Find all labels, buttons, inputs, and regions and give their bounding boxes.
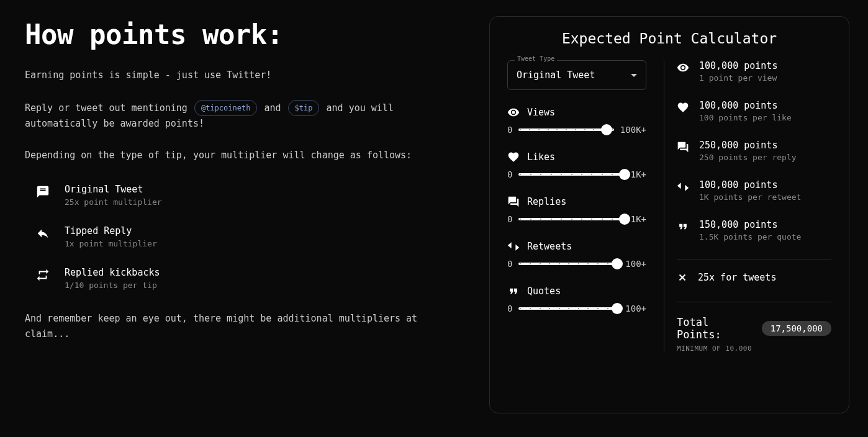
slider-min: 0 xyxy=(507,214,512,224)
multiplier-sub: 25x point multiplier xyxy=(65,197,162,207)
multiplier-intro: Depending on the type of tip, your multi… xyxy=(25,148,446,164)
result-sub: 100 points per like xyxy=(699,113,792,122)
result-views: 100,000 points 1 point per view xyxy=(677,60,831,83)
slider-label: Quotes xyxy=(527,286,561,297)
slider-label: Retweets xyxy=(527,241,572,252)
slider-max: 100+ xyxy=(625,259,646,269)
slider-track[interactable] xyxy=(518,173,624,176)
result-sub: 250 points per reply xyxy=(699,153,797,162)
slider-max: 1K+ xyxy=(631,169,646,179)
multiplier-item-replied-kickbacks: Replied kickbacks 1/10 points per tip xyxy=(36,267,446,290)
chevron-down-icon xyxy=(631,74,637,77)
slider-retweets: Retweets 0 100+ xyxy=(507,240,646,269)
quote-icon xyxy=(677,220,689,233)
result-sub: 1 point per view xyxy=(699,73,777,83)
tweet-type-legend: Tweet Type xyxy=(515,55,557,62)
heart-icon xyxy=(507,151,520,163)
slider-thumb[interactable] xyxy=(601,124,612,135)
multiplier-item-tipped-reply: Tipped Reply 1x point multiplier xyxy=(36,225,446,248)
slider-label: Likes xyxy=(527,151,555,163)
multiplier-title: Tipped Reply xyxy=(65,225,157,237)
mention-instructions: Reply or tweet out mentioning @tipcoinet… xyxy=(25,100,446,132)
result-main: 250,000 points xyxy=(699,140,797,151)
slider-min: 0 xyxy=(507,304,512,313)
tweet-type-select-wrap: Tweet Type Original Tweet xyxy=(507,60,646,90)
reply-bubble-icon xyxy=(677,141,689,153)
result-main: 100,000 points xyxy=(699,100,792,111)
eye-icon xyxy=(507,106,520,119)
total-label: Total Points: xyxy=(677,316,756,341)
how-points-work-section: How points work: Earning points is simpl… xyxy=(0,0,471,437)
result-quotes: 150,000 points 1.5K points per quote xyxy=(677,219,831,241)
result-main: 100,000 points xyxy=(699,179,801,191)
mention-pill-handle: @tipcoineth xyxy=(194,100,257,116)
slider-quotes: Quotes 0 100+ xyxy=(507,285,646,313)
retweet-icon xyxy=(507,240,520,253)
slider-track[interactable] xyxy=(518,128,613,131)
tweet-type-value: Original Tweet xyxy=(517,70,595,81)
reply-bubble-icon xyxy=(507,196,520,208)
tweet-type-select[interactable]: Original Tweet xyxy=(507,60,646,90)
slider-min: 0 xyxy=(507,169,512,179)
retweet-icon xyxy=(677,181,689,193)
total-min: MINIMUM OF 10,000 xyxy=(677,345,831,353)
text-fragment: and xyxy=(264,102,286,113)
calculator-inputs: Tweet Type Original Tweet Views 0 xyxy=(507,60,646,353)
slider-label: Views xyxy=(527,107,555,118)
result-replies: 250,000 points 250 points per reply xyxy=(677,140,831,162)
text-fragment: Reply or tweet out mentioning xyxy=(25,102,193,113)
slider-max: 1K+ xyxy=(631,214,646,224)
slider-min: 0 xyxy=(507,259,512,269)
slider-track[interactable] xyxy=(518,218,624,220)
total-badge: 17,500,000 xyxy=(762,321,831,336)
result-likes: 100,000 points 100 points per like xyxy=(677,100,831,122)
quote-icon xyxy=(507,285,520,297)
chat-icon xyxy=(36,185,50,199)
multiplier-text: 25x for tweets xyxy=(698,272,776,283)
calculator-title: Expected Point Calculator xyxy=(507,30,831,47)
slider-label: Replies xyxy=(527,196,566,207)
calculator-results: 100,000 points 1 point per view 100,000 … xyxy=(664,60,831,353)
swap-icon xyxy=(36,268,50,282)
result-main: 150,000 points xyxy=(699,219,801,230)
multiplier-sub: 1/10 points per tip xyxy=(65,281,160,290)
page-title: How points work: xyxy=(25,19,446,50)
eye-icon xyxy=(677,61,689,74)
slider-max: 100K+ xyxy=(620,125,646,135)
slider-thumb[interactable] xyxy=(619,214,630,225)
total-row: Total Points: 17,500,000 MINIMUM OF 10,0… xyxy=(677,302,831,353)
reply-icon xyxy=(36,227,50,240)
slider-min: 0 xyxy=(507,125,512,135)
multiplier-item-original-tweet: Original Tweet 25x point multiplier xyxy=(36,184,446,207)
result-retweets: 100,000 points 1K points per retweet xyxy=(677,179,831,202)
slider-replies: Replies 0 1K+ xyxy=(507,196,646,224)
heart-icon xyxy=(677,101,689,114)
outro-text: And remember keep an eye out, there migh… xyxy=(25,311,446,343)
multiplier-title: Replied kickbacks xyxy=(65,267,160,278)
result-sub: 1.5K points per quote xyxy=(699,232,801,241)
close-icon xyxy=(677,272,688,283)
result-main: 100,000 points xyxy=(699,60,777,71)
slider-thumb[interactable] xyxy=(612,258,623,269)
calculator-card: Expected Point Calculator Tweet Type Ori… xyxy=(489,16,849,413)
intro-text: Earning points is simple - just use Twit… xyxy=(25,68,446,84)
multiplier-sub: 1x point multiplier xyxy=(65,239,157,248)
slider-likes: Likes 0 1K+ xyxy=(507,151,646,179)
multiplier-title: Original Tweet xyxy=(65,184,162,195)
slider-thumb[interactable] xyxy=(619,169,630,180)
result-sub: 1K points per retweet xyxy=(699,192,801,202)
slider-thumb[interactable] xyxy=(612,303,623,314)
calculator-column: Expected Point Calculator Tweet Type Ori… xyxy=(471,0,868,437)
multiplier-list: Original Tweet 25x point multiplier Tipp… xyxy=(36,184,446,290)
slider-track[interactable] xyxy=(518,307,619,310)
slider-track[interactable] xyxy=(518,263,619,265)
slider-views: Views 0 100K+ xyxy=(507,106,646,135)
mention-pill-ticker: $tip xyxy=(288,100,320,116)
multiplier-row: 25x for tweets xyxy=(677,259,831,283)
slider-max: 100+ xyxy=(625,304,646,313)
